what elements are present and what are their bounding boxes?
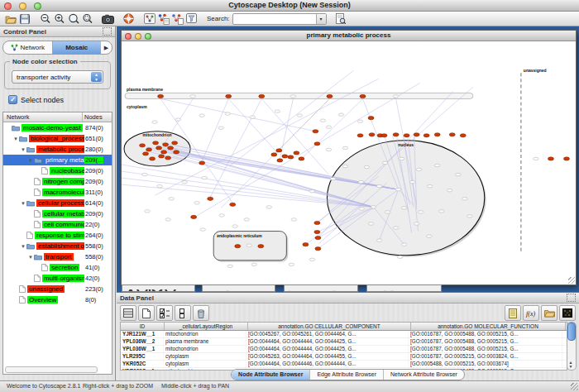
create-attribute-icon[interactable] — [138, 305, 155, 321]
node[interactable] — [534, 157, 539, 160]
selected-node[interactable] — [163, 143, 169, 146]
node[interactable] — [145, 210, 151, 213]
node[interactable] — [393, 227, 399, 229]
heatmap-icon[interactable] — [559, 305, 576, 321]
tree-row[interactable]: cell communicat22(0) — [3, 219, 112, 230]
tree-row[interactable]: ▼primary metabo209(... — [3, 155, 112, 165]
selected-node[interactable] — [381, 134, 387, 137]
selected-node[interactable] — [423, 134, 429, 137]
selected-node[interactable] — [315, 247, 321, 251]
network-view-titlebar[interactable]: primary metabolic process — [122, 31, 576, 41]
selected-node[interactable] — [563, 157, 569, 160]
browser-tab[interactable]: Node Attribute Browser — [232, 370, 309, 380]
expander-icon[interactable]: ▼ — [20, 201, 26, 206]
delete-attribute-icon[interactable] — [193, 305, 209, 321]
node[interactable] — [409, 180, 415, 183]
node[interactable] — [225, 112, 231, 115]
selected-node[interactable] — [276, 149, 282, 152]
attribute-checkbox-icon[interactable] — [156, 305, 173, 321]
selected-node[interactable] — [315, 237, 321, 240]
import-attributes-icon[interactable] — [541, 305, 557, 321]
node[interactable] — [426, 235, 432, 237]
nucleus-region[interactable] — [327, 141, 484, 256]
node[interactable] — [376, 239, 382, 241]
node[interactable] — [330, 177, 336, 179]
background-window[interactable] — [122, 284, 195, 292]
node[interactable] — [359, 208, 365, 210]
node[interactable] — [393, 95, 399, 98]
table-scrollbar[interactable]: ▲▼ — [567, 322, 577, 370]
tree-row[interactable]: Overview8(0) — [3, 294, 112, 305]
selected-node[interactable] — [327, 94, 333, 98]
table-row[interactable]: YPL036W__1mitochondrion[GO:0044464, GO:0… — [121, 346, 567, 353]
tree-row[interactable]: ▼establishment of lo558(0) — [3, 241, 112, 251]
node[interactable] — [401, 207, 407, 209]
node[interactable] — [414, 222, 419, 225]
notes-icon[interactable] — [505, 305, 521, 321]
snapshot-icon[interactable] — [101, 12, 115, 25]
node[interactable] — [218, 127, 224, 129]
node[interactable] — [244, 218, 250, 221]
node[interactable] — [342, 165, 348, 167]
tree-row[interactable]: response to stimulu264(0) — [3, 230, 112, 241]
zoom-out-icon[interactable] — [38, 12, 52, 25]
filter-icon[interactable] — [184, 12, 199, 25]
help-icon[interactable] — [122, 12, 136, 25]
node[interactable] — [447, 189, 452, 192]
selected-node[interactable] — [199, 161, 205, 165]
selected-node[interactable] — [369, 133, 375, 136]
selected-node[interactable] — [191, 215, 197, 218]
selected-node[interactable] — [174, 151, 179, 154]
tree-row[interactable]: macromolecule311(0) — [3, 187, 112, 198]
node[interactable] — [416, 168, 422, 170]
background-window[interactable] — [366, 284, 442, 292]
selected-node[interactable] — [226, 94, 232, 98]
column-header[interactable]: _cellularLayoutRegion — [165, 323, 248, 330]
node[interactable] — [266, 206, 272, 208]
select-nodes-checkbox[interactable]: ✓ — [8, 95, 17, 104]
expander-icon[interactable]: ▼ — [20, 147, 26, 152]
node[interactable] — [309, 190, 315, 193]
expander-icon[interactable]: ▼ — [27, 255, 34, 260]
node[interactable] — [357, 120, 363, 122]
search-input[interactable] — [233, 15, 316, 23]
selected-node[interactable] — [159, 155, 165, 158]
selected-node[interactable] — [208, 197, 213, 200]
node[interactable] — [194, 202, 200, 204]
node[interactable] — [169, 198, 175, 200]
selected-node[interactable] — [314, 221, 320, 224]
node[interactable] — [401, 243, 407, 246]
node[interactable] — [368, 222, 374, 225]
selected-node[interactable] — [165, 156, 171, 160]
node[interactable] — [418, 211, 423, 213]
selected-node[interactable] — [299, 157, 304, 160]
tree-row[interactable]: ▼metabolic process280(0) — [3, 144, 112, 155]
attribute-select-icon[interactable] — [120, 305, 136, 321]
selected-node[interactable] — [156, 146, 162, 150]
node[interactable] — [291, 218, 297, 221]
save-icon[interactable] — [17, 12, 31, 25]
expander-icon[interactable]: ▼ — [27, 158, 34, 163]
tree-row[interactable]: ▼biological_process651(0) — [3, 133, 112, 144]
window-resize-grip[interactable] — [571, 383, 578, 390]
network-canvas[interactable]: plasma membranecytoplasmmitochondrionnuc… — [122, 41, 576, 284]
float-data-panel-icon[interactable] — [567, 294, 576, 302]
node[interactable] — [358, 180, 364, 183]
node[interactable] — [342, 146, 348, 149]
column-header[interactable]: ID — [121, 323, 165, 330]
tree-row[interactable]: ▼cellular process614(0) — [3, 198, 112, 208]
selected-node[interactable] — [150, 157, 156, 160]
selected-node[interactable] — [404, 134, 409, 137]
selected-node[interactable] — [259, 94, 265, 98]
node[interactable] — [199, 114, 205, 117]
selected-node[interactable] — [393, 133, 399, 136]
node[interactable] — [399, 157, 404, 160]
node[interactable] — [364, 165, 370, 168]
selected-node[interactable] — [288, 155, 294, 159]
tree-col-nodes[interactable]: Nodes — [83, 112, 112, 122]
selected-node[interactable] — [360, 94, 366, 98]
node[interactable] — [326, 148, 332, 151]
scrollbar-arrows[interactable]: ▲▼ — [567, 361, 574, 369]
selected-node[interactable] — [313, 130, 318, 133]
zoom-in-icon[interactable] — [52, 12, 66, 25]
